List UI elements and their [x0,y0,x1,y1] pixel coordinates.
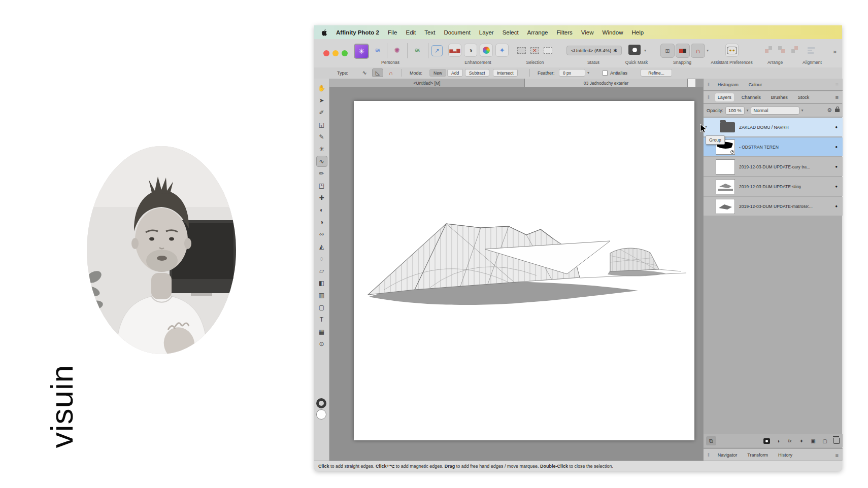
new-group-icon[interactable]: ▣ [809,437,817,444]
tool-sharpen[interactable]: ◭ [316,241,327,252]
mode-intersect-button[interactable]: Intersect [493,69,518,77]
menu-item-arrange[interactable]: Arrange [527,29,548,36]
menu-item-document[interactable]: Document [444,29,470,36]
fill-colour-swatch[interactable] [316,409,326,420]
antialias-checkbox[interactable] [603,71,608,76]
layer-row-cary-trasy[interactable]: 2019-12-03-DUM UPDATE-cary tra... ● [704,157,843,176]
tool-crop[interactable]: ◱ [316,119,327,130]
magnet-icon[interactable]: ∩ [691,44,705,58]
quick-mask-dropdown-icon[interactable]: ▾ [644,48,646,53]
tone-mapping-persona-icon[interactable]: ≋ [411,44,424,57]
tool-dodge[interactable]: ◐ [316,204,327,216]
menu-item-file[interactable]: File [388,29,397,36]
liquify-persona-icon[interactable]: ≋ [371,44,384,57]
assistant-icon[interactable] [725,44,739,57]
auto-colour-icon[interactable] [480,44,493,57]
tool-move[interactable]: ➤ [316,95,327,106]
menu-app-name[interactable]: Affinity Photo 2 [336,29,379,36]
photo-persona-icon[interactable]: ✳ [354,44,369,59]
stroke-colour-swatch[interactable] [316,398,326,408]
feather-dropdown-icon[interactable]: ▾ [587,71,589,75]
force-pixel-alignment-icon[interactable] [676,44,690,58]
auto-contrast-icon[interactable]: ◑ [464,44,477,57]
tool-flood-fill[interactable]: ◧ [316,277,327,289]
auto-levels-icon[interactable]: ▅▂▆ [448,44,461,57]
export-persona-icon[interactable]: ↗ [431,45,443,56]
toolbar-overflow-chevron[interactable]: » [833,48,837,55]
layer-visibility-dot[interactable]: ● [835,145,838,149]
tab-jednoduchy-exterier[interactable]: 03 Jednoduchy exterier [525,79,688,87]
document-canvas[interactable] [354,101,694,440]
tab-navigator[interactable]: Navigator [715,451,740,459]
mode-add-button[interactable]: Add [447,69,463,77]
magnetic-type-icon[interactable]: ∩ [385,68,396,77]
feather-input[interactable]: 0 px [559,69,585,77]
tool-shape[interactable]: ▢ [316,302,327,313]
blend-mode-select[interactable]: Normal [751,107,799,115]
mode-new-button[interactable]: New [429,69,446,77]
develop-persona-icon[interactable]: ✺ [390,44,404,57]
layer-row-matrose[interactable]: 2019-12-03-DUM UPDATE-matrose:... ● [704,197,843,216]
panel-drag-handle[interactable]: ‖ [708,95,710,100]
live-filter-icon[interactable]: ✦ [797,437,806,444]
duplicate-layer-icon[interactable]: ⧉ [706,436,716,445]
tab-colour[interactable]: Colour [746,81,765,89]
tab-channels[interactable]: Channels [739,93,763,101]
move-to-front-icon[interactable] [765,46,774,54]
minimize-window-button[interactable] [332,50,339,56]
layer-visibility-dot[interactable]: ● [835,204,838,208]
panel-drag-handle[interactable]: ‖ [708,82,710,87]
adjustment-icon[interactable]: ◑ [774,437,782,444]
apple-menu-icon[interactable] [321,29,327,36]
mask-layer-icon[interactable] [762,437,771,444]
menu-item-view[interactable]: View [581,29,594,36]
alignment-icon[interactable] [808,46,817,54]
tab-untitled[interactable]: <Untitled> [M] [329,79,525,87]
tool-paint-brush[interactable]: ✏ [316,168,327,179]
select-all-icon[interactable] [517,47,526,54]
polygonal-type-icon[interactable]: ◺ [372,68,383,77]
menu-item-edit[interactable]: Edit [406,29,416,36]
tab-brushes[interactable]: Brushes [769,93,790,101]
panel-drag-handle[interactable]: ‖ [708,452,710,458]
tool-clone[interactable]: ◳ [316,180,327,191]
blend-options-gear-icon[interactable]: ⚙ [827,107,832,114]
close-window-button[interactable] [323,50,329,56]
opacity-dropdown-icon[interactable]: ▾ [747,108,749,113]
lock-icon[interactable] [835,109,840,112]
tool-zoom[interactable]: ⊙ [316,338,327,350]
layer-visibility-dot[interactable]: ● [835,184,838,189]
refine-button[interactable]: Refine... [641,69,672,77]
invert-selection-icon[interactable] [544,47,552,54]
fx-icon[interactable]: fx [786,437,794,444]
mode-subtract-button[interactable]: Subtract [465,69,489,77]
tool-smudge[interactable]: ∾ [316,229,327,240]
new-layer-icon[interactable]: ▢ [821,437,829,444]
snapping-icon[interactable]: ⊞ [660,44,675,58]
tool-selection-brush[interactable]: ✎ [316,131,327,143]
move-forward-icon[interactable] [778,46,787,54]
snapping-dropdown-icon[interactable]: ▾ [707,48,709,53]
tool-erase[interactable]: ▱ [316,265,327,276]
tab-layers[interactable]: Layers [715,93,734,101]
layer-row-zaklad-domu[interactable]: ▾ ZAKLAD DOMU / NAVRH ● [704,118,843,136]
move-backward-icon[interactable] [791,46,800,54]
panel-menu-icon[interactable]: ≡ [836,94,839,100]
tool-freehand-selection[interactable]: ∿ [316,156,327,167]
tab-transform[interactable]: Transform [745,451,771,459]
opacity-input[interactable]: 100 % [725,107,745,115]
status-document-button[interactable]: <Untitled> (68.4%)✱ [566,46,622,55]
tab-stock[interactable]: Stock [795,93,812,101]
menu-item-window[interactable]: Window [603,29,623,36]
layer-visibility-dot[interactable]: ● [835,164,838,169]
tool-blur[interactable]: ◌ [316,253,327,264]
delete-layer-icon[interactable] [832,437,841,444]
tool-mesh-warp[interactable]: ▦ [316,326,327,337]
quick-mask-icon[interactable] [628,45,641,55]
menu-item-text[interactable]: Text [424,29,435,36]
tool-healing[interactable]: ✚ [316,192,327,203]
menu-item-layer[interactable]: Layer [479,29,494,36]
tool-view[interactable]: ✋ [316,83,327,94]
panel-menu-icon[interactable]: ≡ [836,82,839,88]
tool-text[interactable]: T [316,314,327,325]
